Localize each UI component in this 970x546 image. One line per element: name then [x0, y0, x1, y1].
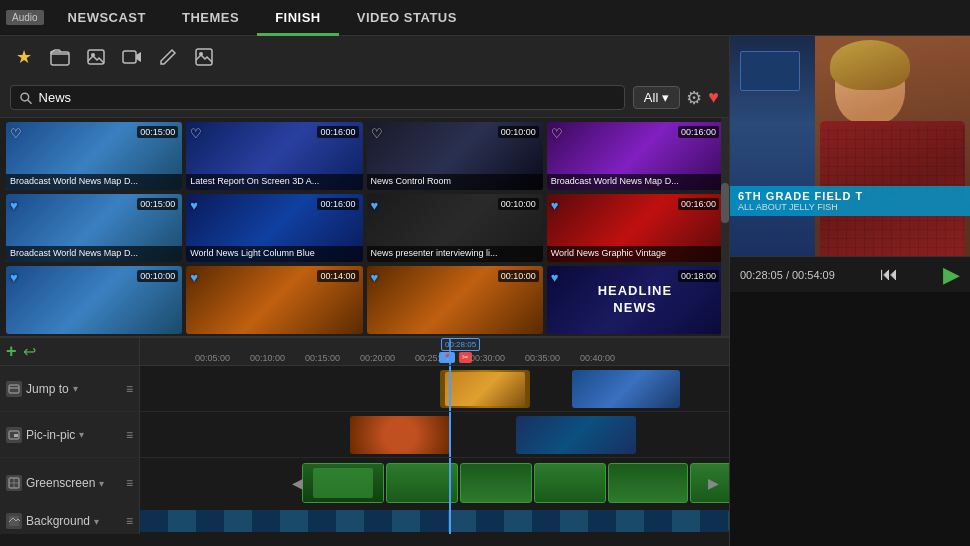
media-grid: ♡ 00:15:00 Broadcast World News Map D...… — [0, 118, 729, 336]
playhead-ruler-line — [449, 338, 451, 365]
star-icon[interactable]: ★ — [10, 43, 38, 71]
video-icon[interactable] — [118, 43, 146, 71]
ruler-tick-7: 00:35:00 — [525, 353, 560, 363]
greenscreen-clips — [302, 463, 729, 503]
ruler-tick-3: 00:15:00 — [305, 353, 340, 363]
green-clip-1[interactable] — [302, 463, 384, 503]
track-pip-label[interactable]: Pic-in-pic ▾ ≡ — [0, 412, 140, 457]
preview-controls: 00:28:05 / 00:54:09 ⏮ ▶ — [730, 256, 970, 292]
right-panel: 6TH GRADE FIELD T ALL ABOUT JELLY FISH 0… — [730, 36, 970, 546]
media-item-8[interactable]: ♥ 00:16:00 World News Graphic Vintage — [547, 194, 723, 262]
svg-rect-3 — [123, 51, 136, 63]
filter-adjust-icon[interactable]: ⚙ — [686, 87, 702, 109]
vertical-scrollbar[interactable] — [721, 118, 729, 336]
preview-background: 6TH GRADE FIELD T ALL ABOUT JELLY FISH — [730, 36, 970, 256]
svg-rect-11 — [14, 434, 18, 437]
tab-newscast[interactable]: NEWSCAST — [50, 0, 164, 36]
media-item-12[interactable]: HEADLINENEWS ♥ 00:18:00 — [547, 266, 723, 334]
svg-rect-1 — [88, 50, 104, 64]
folder-icon[interactable] — [46, 43, 74, 71]
track-pip-content — [140, 412, 729, 457]
ruler-tick-8: 00:40:00 — [580, 353, 615, 363]
search-bar: All ▾ ⚙ ♥ — [0, 78, 729, 118]
media-item-7[interactable]: ♥ 00:10:00 News presenter interviewing l… — [367, 194, 543, 262]
track-background-label[interactable]: Background ▾ ≡ — [0, 508, 140, 534]
left-panel: ★ All — [0, 36, 730, 546]
timeline-area: + ↩ 00:05:00 00:10:00 00:15:00 00:20:00 … — [0, 336, 729, 546]
track-pip-dropdown[interactable]: ▾ — [79, 429, 84, 440]
tab-themes[interactable]: THEMES — [164, 0, 257, 36]
main-layout: ★ All — [0, 36, 970, 546]
track-greenscreen-dropdown[interactable]: ▾ — [99, 478, 104, 489]
svg-line-7 — [28, 99, 32, 103]
toolbar: ★ — [0, 36, 729, 78]
top-nav: Audio NEWSCAST THEMES FINISH VIDEO STATU… — [0, 0, 970, 36]
search-input-wrap[interactable] — [10, 85, 625, 110]
track-background: Background ▾ ≡ — [0, 508, 729, 534]
scrollbar-thumb[interactable] — [721, 183, 729, 223]
green-clip-2[interactable] — [386, 463, 458, 503]
favorites-icon[interactable]: ♥ — [708, 87, 719, 108]
media-item-2[interactable]: ♡ 00:16:00 Latest Report On Screen 3D A.… — [186, 122, 362, 190]
photo-icon[interactable] — [190, 43, 218, 71]
track-jump-to-dropdown[interactable]: ▾ — [73, 383, 78, 394]
clip-jellyfish[interactable] — [572, 370, 680, 408]
ruler-tick-1: 00:05:00 — [195, 353, 230, 363]
playhead-track-1 — [449, 366, 451, 411]
media-item-6[interactable]: ♥ 00:16:00 World News Light Column Blue — [186, 194, 362, 262]
presenter — [815, 36, 970, 256]
track-background-dropdown[interactable]: ▾ — [94, 516, 99, 527]
presenter-hair — [830, 40, 910, 90]
edit-icon[interactable] — [154, 43, 182, 71]
playhead-time-label: 00:28:05 — [441, 338, 480, 351]
track-greenscreen-label[interactable]: Greenscreen ▾ ≡ — [0, 458, 140, 508]
preview-play-button[interactable]: ▶ — [943, 262, 960, 288]
greenscreen-right-handle[interactable]: ▶ — [708, 475, 719, 491]
background-clip[interactable] — [140, 510, 729, 532]
track-greenscreen-menu[interactable]: ≡ — [126, 476, 133, 490]
green-clip-3[interactable] — [460, 463, 532, 503]
clip-pip-plate[interactable] — [350, 416, 450, 454]
green-clip-5[interactable] — [608, 463, 688, 503]
greenscreen-left-handle[interactable]: ◀ — [292, 475, 303, 491]
audio-badge: Audio — [6, 10, 44, 25]
track-background-name: Background — [26, 514, 90, 528]
timeline-ruler: 00:05:00 00:10:00 00:15:00 00:20:00 00:2… — [140, 338, 729, 365]
green-clip-4[interactable] — [534, 463, 606, 503]
track-greenscreen: Greenscreen ▾ ≡ ◀ — [0, 458, 729, 508]
media-item-4[interactable]: ♡ 00:16:00 Broadcast World News Map D... — [547, 122, 723, 190]
timeline-add-button[interactable]: + — [6, 341, 17, 362]
filter-all-button[interactable]: All ▾ — [633, 86, 680, 109]
track-greenscreen-icon — [6, 475, 22, 491]
track-greenscreen-content: ◀ — [140, 458, 729, 508]
clip-food[interactable] — [440, 370, 530, 408]
search-input[interactable] — [39, 90, 616, 105]
search-filter: All ▾ ⚙ ♥ — [633, 86, 719, 109]
tab-finish[interactable]: FINISH — [257, 0, 339, 36]
marker-button[interactable]: 📍 — [439, 352, 455, 363]
timeline-undo-button[interactable]: ↩ — [23, 342, 36, 361]
media-item-9[interactable]: ♥ 00:10:00 — [6, 266, 182, 334]
track-jump-to-menu[interactable]: ≡ — [126, 382, 133, 396]
tab-video-status[interactable]: VIDEO STATUS — [339, 0, 475, 36]
track-background-menu[interactable]: ≡ — [126, 514, 133, 528]
image-icon[interactable] — [82, 43, 110, 71]
track-jump-to-label[interactable]: Jump to ▾ ≡ — [0, 366, 140, 411]
media-item-1[interactable]: ♡ 00:15:00 Broadcast World News Map D... — [6, 122, 182, 190]
track-jump-to-icon — [6, 381, 22, 397]
screen-left — [740, 51, 800, 91]
ruler-tick-2: 00:10:00 — [250, 353, 285, 363]
media-item-3[interactable]: ♡ 00:10:00 News Control Room — [367, 122, 543, 190]
preview-rewind-button[interactable]: ⏮ — [880, 264, 898, 285]
preview-extra — [730, 292, 970, 546]
lower-third-title: 6TH GRADE FIELD T — [738, 190, 962, 202]
search-icon — [19, 91, 33, 105]
media-item-11[interactable]: ♥ 00:10:00 — [367, 266, 543, 334]
track-jump-to-content — [140, 366, 729, 411]
clip-pip-concert[interactable] — [516, 416, 636, 454]
media-item-5[interactable]: ♥ 00:15:00 Broadcast World News Map D... — [6, 194, 182, 262]
track-pip-menu[interactable]: ≡ — [126, 428, 133, 442]
media-item-10[interactable]: ♥ 00:14:00 — [186, 266, 362, 334]
preview-video: 6TH GRADE FIELD T ALL ABOUT JELLY FISH — [730, 36, 970, 256]
track-pip-name: Pic-in-pic — [26, 428, 75, 442]
